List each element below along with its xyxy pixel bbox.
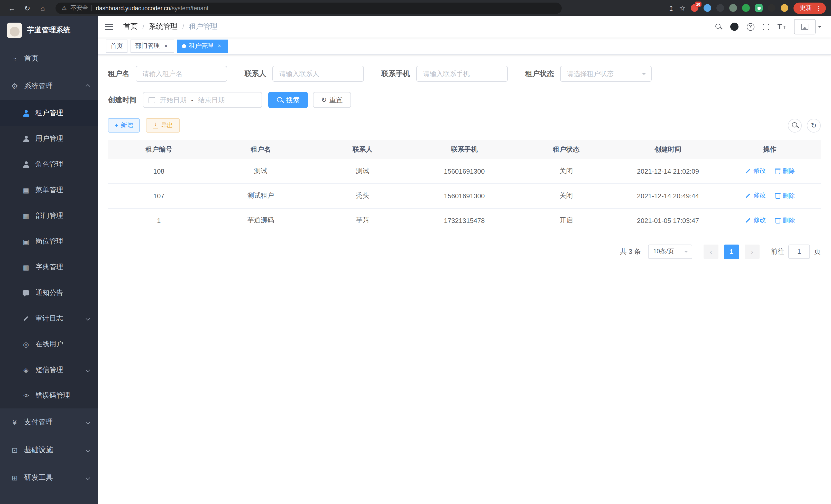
cell-created: 2021-12-14 20:49:44: [617, 183, 719, 208]
sidebar-item-home[interactable]: 首页: [0, 45, 98, 72]
sidebar-item-online[interactable]: 在线用户: [0, 331, 98, 357]
extension-icon-yellow[interactable]: [781, 4, 789, 12]
sidebar-item-label: 错误码管理: [35, 391, 70, 400]
close-icon[interactable]: [163, 42, 170, 50]
github-icon[interactable]: [730, 23, 738, 31]
edit-link[interactable]: 修改: [745, 216, 766, 225]
extension-icon-dark[interactable]: [716, 4, 724, 12]
browser-reload-icon[interactable]: [21, 1, 34, 14]
status-label: 租户状态: [525, 69, 554, 78]
edit-icon: [745, 217, 751, 224]
cell-tenant-id: 107: [108, 183, 210, 208]
toggle-search-button[interactable]: [788, 118, 802, 132]
sidebar-item-errorcode[interactable]: 错误码管理: [0, 383, 98, 409]
sidebar-item-devtools[interactable]: 研发工具: [0, 464, 98, 492]
browser-home-icon[interactable]: [36, 1, 49, 14]
cell-tenant-name: 测试: [210, 159, 311, 183]
browser-update-button[interactable]: 更新: [794, 2, 826, 13]
table-row: 108 测试 测试 15601691300 关闭 2021-12-14 21:0…: [108, 159, 821, 183]
sidebar-item-infrastructure[interactable]: 基础设施: [0, 436, 98, 464]
phone-input[interactable]: [416, 66, 508, 82]
chevron-down-icon: [684, 250, 688, 255]
breadcrumb-system[interactable]: 系统管理: [149, 22, 177, 31]
sidebar-item-post[interactable]: 岗位管理: [0, 229, 98, 254]
address-divider: [92, 5, 92, 11]
fullscreen-icon[interactable]: [763, 23, 769, 30]
cell-created: 2021-12-14 21:02:09: [617, 159, 719, 183]
extension-icon-green-circle[interactable]: [742, 4, 750, 12]
cell-operations: 修改 删除: [719, 159, 821, 183]
trash-icon: [775, 192, 780, 199]
add-button[interactable]: 新增: [108, 118, 140, 132]
sidebar-item-menu[interactable]: 菜单管理: [0, 177, 98, 203]
reset-button[interactable]: 重置: [313, 92, 351, 108]
sidebar-item-notice[interactable]: 通知公告: [0, 280, 98, 306]
extension-icon-red[interactable]: 10: [691, 4, 698, 12]
search-button[interactable]: 搜索: [268, 92, 308, 108]
help-icon[interactable]: [746, 23, 754, 31]
refresh-button[interactable]: [807, 118, 821, 132]
table-row: 1 芋道源码 芋艿 17321315478 开启 2021-01-05 17:0…: [108, 208, 821, 233]
goto-page: 前往 页: [771, 244, 821, 259]
gear-icon: [10, 82, 19, 91]
extension-icon-pretzel[interactable]: [768, 4, 775, 12]
extension-icon-sage[interactable]: [729, 4, 737, 12]
prev-page-button[interactable]: [704, 244, 718, 259]
sidebar-item-user[interactable]: 用户管理: [0, 126, 98, 152]
export-button[interactable]: 导出: [146, 118, 180, 132]
next-page-button[interactable]: [745, 244, 760, 259]
page-1-button[interactable]: 1: [724, 244, 739, 259]
sidebar-item-payment[interactable]: 支付管理: [0, 409, 98, 436]
delete-link[interactable]: 删除: [775, 167, 795, 175]
tag-dept[interactable]: 部门管理: [131, 39, 174, 53]
edit-link[interactable]: 修改: [745, 167, 766, 175]
sidebar-item-role[interactable]: 角色管理: [0, 152, 98, 177]
sidebar-item-label: 部门管理: [35, 211, 63, 220]
breadcrumb-home[interactable]: 首页: [123, 22, 138, 31]
tag-home[interactable]: 首页: [106, 39, 127, 53]
address-bar[interactable]: 不安全 dashboard.yudao.iocoder.cn/system/te…: [56, 2, 562, 13]
cell-tenant-id: 1: [108, 208, 210, 233]
sidebar-item-sms[interactable]: 短信管理: [0, 357, 98, 383]
sidebar-item-tenant[interactable]: 租户管理: [0, 100, 98, 126]
goto-page-input[interactable]: [789, 244, 810, 259]
plus-icon: [115, 122, 118, 129]
cell-status: 关闭: [515, 183, 617, 208]
tag-tenant-active[interactable]: 租户管理: [177, 39, 228, 53]
sidebar-fold-icon[interactable]: [105, 26, 113, 27]
sidebar-item-dept[interactable]: 部门管理: [0, 203, 98, 229]
tenant-name-input[interactable]: [136, 66, 227, 82]
avatar-dropdown[interactable]: [794, 19, 822, 34]
search-icon[interactable]: [715, 23, 722, 30]
extension-icon-blue[interactable]: [704, 4, 711, 12]
bookmark-star-icon[interactable]: [679, 3, 686, 12]
chevron-down-icon: [86, 317, 90, 321]
avatar: [794, 19, 815, 34]
browser-menu-kebab-icon[interactable]: [815, 4, 822, 11]
sidebar-item-auditlog[interactable]: 审计日志: [0, 306, 98, 331]
close-icon[interactable]: [216, 42, 223, 50]
date-range-picker[interactable]: 开始日期 - 结束日期: [143, 92, 262, 108]
chevron-down-icon: [86, 420, 90, 425]
delete-link[interactable]: 删除: [775, 191, 795, 200]
extension-icon-green-square[interactable]: [755, 4, 763, 12]
page-size-select[interactable]: 10条/页: [648, 244, 692, 259]
edit-link[interactable]: 修改: [745, 191, 766, 200]
status-select[interactable]: 请选择租户状态: [560, 66, 652, 82]
sidebar-item-label: 用户管理: [35, 134, 63, 143]
sidebar-item-system[interactable]: 系统管理: [0, 72, 98, 100]
message-bubble-icon: [23, 290, 29, 295]
sidebar-item-label: 通知公告: [35, 288, 63, 297]
edit-icon: [745, 168, 751, 174]
sidebar-logo[interactable]: 芋道管理系统: [0, 16, 98, 45]
delete-link[interactable]: 删除: [775, 216, 795, 225]
browser-back-icon[interactable]: [5, 1, 19, 14]
contact-input[interactable]: [273, 66, 364, 82]
filter-create-time: 创建时间 开始日期 - 结束日期: [108, 92, 262, 108]
page-size-value: 10条/页: [653, 247, 674, 256]
share-icon[interactable]: [668, 3, 674, 12]
page-content: 租户名 联系人 联系手机 租户状态 请选择租户状态: [98, 55, 831, 504]
sidebar-item-dict[interactable]: 字典管理: [0, 254, 98, 280]
font-size-icon[interactable]: [777, 22, 786, 31]
breadcrumb: 首页 系统管理 租户管理: [123, 22, 218, 31]
